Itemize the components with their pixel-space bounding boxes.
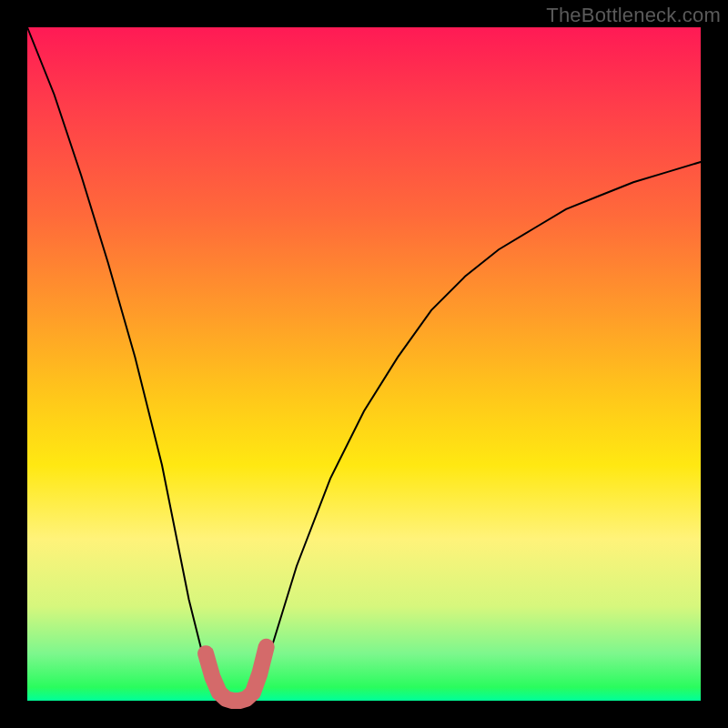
trough-highlight-path bbox=[206, 647, 267, 701]
watermark-label: TheBottleneck.com bbox=[546, 4, 721, 27]
plot-area bbox=[27, 27, 701, 701]
chart-frame: TheBottleneck.com bbox=[0, 0, 728, 728]
curve-svg bbox=[27, 27, 701, 701]
bottleneck-curve-path bbox=[27, 27, 701, 701]
